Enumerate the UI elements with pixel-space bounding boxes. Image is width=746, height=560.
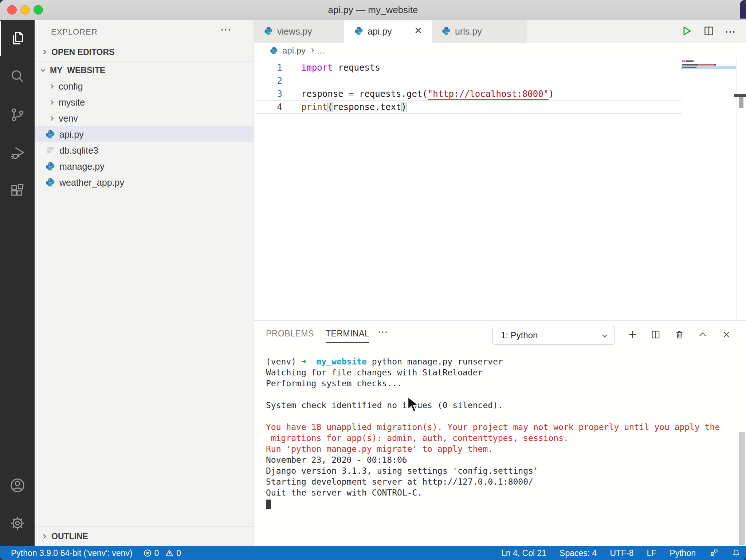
run-python-file-button[interactable]: [680, 25, 693, 39]
terminal-line: You have 18 unapplied migration(s). Your…: [266, 422, 739, 433]
tab-views-py[interactable]: views.py: [254, 20, 344, 43]
outline-section[interactable]: OUTLINE: [35, 527, 254, 546]
line-number: 2: [254, 76, 282, 86]
error-icon: [144, 549, 152, 557]
folder-root[interactable]: MY_WEBSITE: [35, 62, 254, 78]
split-icon: [651, 330, 661, 340]
terminal-line: Django version 3.1.3, using settings 'co…: [266, 465, 739, 476]
activity-extensions[interactable]: [0, 174, 35, 209]
chevron-down-icon: [38, 67, 48, 74]
account-icon: [9, 477, 26, 494]
explorer-sidebar: EXPLORER ⋯ OPEN EDITORS MY_WEBSITE confi…: [35, 20, 254, 546]
tree-item-venv[interactable]: venv: [35, 110, 254, 126]
close-tab-icon[interactable]: ✕: [414, 25, 422, 36]
code-line-3[interactable]: 3 response = requests.get("http://localh…: [254, 87, 680, 100]
kill-terminal-button[interactable]: [671, 327, 687, 343]
code-line-2[interactable]: 2: [254, 74, 680, 87]
close-icon: [721, 330, 731, 340]
python-icon: [442, 27, 451, 37]
source-control-icon: [9, 106, 26, 123]
line-number: 3: [254, 89, 282, 99]
split-terminal-button[interactable]: [648, 327, 664, 343]
search-icon: [9, 68, 26, 85]
feedback-button[interactable]: [709, 548, 718, 558]
code-line-1[interactable]: 1 import requests: [254, 61, 680, 74]
files-icon: [9, 30, 26, 47]
terminal-line: Starting development server at http://12…: [266, 476, 739, 487]
tree-item-db-sqlite3[interactable]: db.sqlite3: [35, 142, 254, 158]
chevron-right-icon: [40, 533, 49, 540]
minimap[interactable]: [681, 58, 736, 319]
cursor-position-status[interactable]: Ln 4, Col 21: [501, 548, 546, 558]
python-icon: [46, 178, 55, 187]
terminal-line: Performing system checks...: [266, 378, 739, 389]
line-number: 4: [254, 102, 282, 112]
minimap-border: [736, 58, 737, 319]
editor-scrollbar[interactable]: [739, 97, 743, 108]
terminal-selector[interactable]: 1: Python: [492, 326, 615, 345]
status-bar: Python 3.9.0 64-bit ('venv': venv) 0 0 L…: [0, 546, 746, 560]
bottom-panel: PROBLEMS TERMINAL ⋯ 1: Python: [254, 320, 746, 546]
breadcrumb[interactable]: api.py …: [254, 43, 746, 58]
breadcrumb-symbol[interactable]: …: [317, 46, 325, 56]
chevron-right-icon: [47, 83, 56, 90]
tab-urls-py[interactable]: urls.py: [432, 20, 527, 43]
trash-icon: [674, 330, 684, 340]
tab-api-py[interactable]: api.py ✕: [344, 20, 432, 43]
warning-icon: [165, 549, 173, 557]
maximize-panel-button[interactable]: [695, 327, 711, 343]
terminal-line: Quit the server with CONTROL-C.: [266, 487, 739, 498]
eol-status[interactable]: LF: [647, 548, 657, 558]
chevron-down-icon: [601, 332, 609, 341]
window-title: api.py — my_website: [0, 0, 746, 20]
split-editor-button[interactable]: [703, 25, 715, 38]
terminal-output[interactable]: (venv) ➜ my_website python manage.py run…: [266, 356, 739, 509]
panel-tab-problems[interactable]: PROBLEMS: [266, 329, 314, 339]
more-actions-button[interactable]: ⋯: [725, 25, 737, 38]
tree-item-mysite[interactable]: mysite: [35, 94, 254, 110]
explorer-more-actions[interactable]: ⋯: [220, 23, 232, 36]
activity-explorer[interactable]: [0, 21, 35, 56]
tab-bar: views.py api.py ✕ urls.py: [254, 20, 746, 43]
tree-item-weather-app-py[interactable]: weather_app.py: [35, 174, 254, 190]
code-line-4[interactable]: 4 print(response.text): [254, 100, 680, 114]
terminal-line: November 23, 2020 - 00:18:06: [266, 454, 739, 465]
tree-item-manage-py[interactable]: manage.py: [35, 158, 254, 174]
panel-tab-terminal[interactable]: TERMINAL: [326, 329, 369, 343]
background-window-corner: [740, 0, 746, 19]
vscode-window: api.py — my_website: [0, 0, 746, 560]
new-terminal-button[interactable]: [624, 327, 640, 343]
editor-actions: ⋯: [680, 20, 746, 43]
tree-item-api-py[interactable]: api.py: [35, 126, 254, 142]
activity-search[interactable]: [0, 59, 35, 94]
activity-source-control[interactable]: [0, 97, 35, 132]
python-interpreter-status[interactable]: Python 3.9.0 64-bit ('venv': venv): [11, 548, 133, 558]
terminal-line: [266, 411, 739, 422]
extensions-icon: [9, 183, 26, 200]
panel-more-actions[interactable]: ⋯: [378, 326, 389, 338]
python-icon: [46, 162, 55, 171]
tree-item-config[interactable]: config: [35, 78, 254, 94]
terminal-line: Watching for file changes with StatReloa…: [266, 367, 739, 378]
language-mode-status[interactable]: Python: [670, 548, 696, 558]
open-editors-section[interactable]: OPEN EDITORS: [35, 43, 254, 61]
indentation-status[interactable]: Spaces: 4: [560, 548, 597, 558]
breadcrumb-file[interactable]: api.py: [282, 46, 306, 56]
activity-run-debug[interactable]: [0, 135, 35, 170]
close-panel-button[interactable]: [718, 327, 734, 343]
play-icon: [680, 25, 693, 37]
split-editor-icon: [703, 25, 715, 37]
problems-status[interactable]: 0 0: [144, 548, 181, 558]
encoding-status[interactable]: UTF-8: [610, 548, 633, 558]
settings-button[interactable]: [0, 506, 35, 541]
terminal-cursor-line: [266, 498, 739, 509]
divider: [35, 62, 254, 62]
chevron-up-icon: [698, 330, 708, 340]
account-button[interactable]: [0, 468, 35, 503]
notifications-button[interactable]: [731, 548, 741, 558]
terminal-line: (venv) ➜ my_website python manage.py run…: [266, 356, 739, 367]
terminal-line: [266, 389, 739, 400]
editor-group: views.py api.py ✕ urls.py: [254, 20, 746, 546]
python-icon: [46, 130, 55, 139]
terminal-scrollbar[interactable]: [739, 432, 745, 545]
